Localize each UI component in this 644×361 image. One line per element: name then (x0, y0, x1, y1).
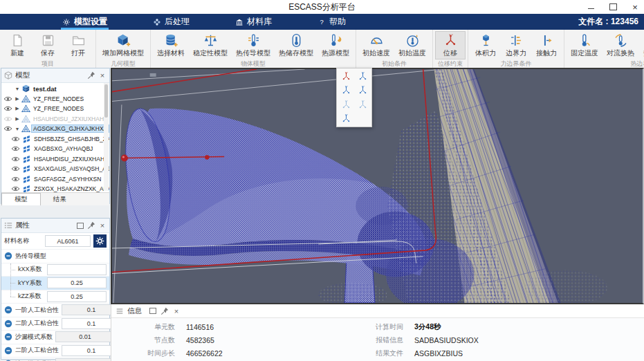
minus-icon[interactable] (4, 333, 12, 341)
tree-node-label[interactable]: SDHSBJZS_GHSABJHB_ZAHU (33, 136, 109, 142)
menu-item-2[interactable]: 材料库 (227, 14, 280, 30)
scrollbar-thumb[interactable] (104, 84, 108, 118)
menu-item-0[interactable]: 模型设置 (54, 14, 116, 30)
pin-icon[interactable] (87, 71, 95, 80)
eye-icon[interactable] (11, 156, 20, 163)
menu-item-1[interactable]: 后处理 (145, 14, 198, 30)
maximize-icon[interactable] (608, 2, 618, 12)
eye-icon[interactable] (3, 95, 12, 102)
toolbar-button[interactable]: 初始温度 (394, 31, 430, 59)
close-icon[interactable]: × (172, 307, 181, 315)
tree-node[interactable]: ▶YZ_FREE_NODES (1, 104, 109, 114)
displacement-option[interactable] (354, 98, 371, 111)
minus-icon[interactable] (4, 320, 12, 328)
material-name-field[interactable] (45, 235, 91, 247)
restore-icon[interactable] (76, 221, 84, 230)
tree-root-item[interactable]: ▼test.dat (1, 84, 109, 94)
minus-icon[interactable] (4, 346, 12, 355)
eye-icon[interactable] (11, 165, 20, 172)
close-icon[interactable]: × (630, 2, 640, 12)
property-value-field[interactable] (47, 291, 107, 302)
displacement-option[interactable] (338, 98, 354, 111)
chevron-down-icon[interactable]: ▼ (15, 86, 20, 91)
tree-node-label[interactable]: HSAUHDISU_JZXIUXHAHX (33, 156, 109, 163)
close-icon[interactable]: × (98, 221, 107, 230)
material-settings-button[interactable] (93, 234, 107, 248)
toolbar-button[interactable]: 位移 (435, 31, 466, 59)
displacement-option[interactable] (354, 84, 371, 98)
tree-child-node[interactable]: SAGFASGZ_ASYHHXSN (1, 174, 109, 185)
constraint-point-marker[interactable] (121, 155, 128, 162)
chevron-right-icon[interactable]: ▶ (15, 116, 20, 122)
restore-icon[interactable] (149, 307, 157, 315)
heat-conduction-icon (246, 33, 261, 48)
toolbar-button[interactable]: 选择材料 (153, 31, 189, 59)
tree-node-label[interactable]: XAGBSXG_AYHAQBJ (33, 145, 94, 152)
chevron-right-icon[interactable]: ▶ (15, 106, 20, 111)
tree-node-label[interactable]: HSAUHDISU_JZXIUXHAHX (32, 115, 109, 122)
tree-child-node[interactable]: XSAXGAUS_AISYAQSH_ASHX (1, 164, 109, 174)
tree-node-label[interactable]: YZ_FREE_NODES (32, 105, 85, 112)
toolbar-button[interactable]: 热辐射 (638, 31, 644, 59)
eye-icon[interactable] (11, 136, 20, 142)
toolbar-button[interactable]: 热储存模型 (275, 31, 318, 59)
displacement-option[interactable] (354, 69, 371, 83)
viewport-3d[interactable] (111, 68, 644, 304)
displacement-option[interactable] (338, 84, 354, 98)
toolbar-button[interactable]: 固定温度 (567, 31, 602, 59)
property-value-field[interactable] (55, 331, 115, 342)
minus-icon[interactable] (4, 306, 12, 314)
info-value: 3分48秒 (414, 322, 441, 332)
toolbar-button[interactable]: 保存 (33, 31, 63, 59)
pin-icon[interactable] (87, 221, 95, 230)
displacement-option[interactable] (338, 112, 354, 126)
tree-node-label[interactable]: ZSXGX_HSAKAZNZXK_AHASX (33, 185, 109, 192)
toolbar-button[interactable]: 体积力 (470, 31, 501, 59)
toolbar-button[interactable]: 热传导模型 (232, 31, 275, 59)
minimize-icon[interactable] (586, 2, 596, 12)
menu-item-3[interactable]: 帮助 (309, 14, 354, 30)
tree-node[interactable]: ▼AGSGKJKG_GJHXAJKHXA (1, 124, 109, 134)
tree-scrollbar[interactable] (104, 83, 109, 191)
toolbar-button[interactable]: 接触力 (531, 31, 562, 59)
toolbar-button[interactable]: 边界力 (501, 31, 531, 59)
toolbar-button[interactable]: 对流换热 (602, 31, 638, 59)
eye-icon[interactable] (11, 145, 20, 152)
tree-node-label[interactable]: AGSGKJKG_GJHXAJKHXA (32, 125, 109, 132)
pin-icon[interactable] (160, 307, 169, 315)
tree-node[interactable]: ▶HSAUHDISU_JZXIUXHAHX (1, 114, 109, 124)
property-label: kZZ系数 (18, 292, 42, 301)
toolbar-button[interactable]: 打开 (63, 31, 93, 59)
displacement-option[interactable] (338, 69, 354, 83)
constraint-point-marker[interactable] (205, 155, 209, 159)
toolbar-button[interactable]: 新建 (2, 31, 33, 59)
eye-icon[interactable] (3, 125, 12, 132)
property-value-field[interactable] (47, 264, 107, 275)
tree-child-node[interactable]: HSAUHDISU_JZXIUXHAHX (1, 154, 109, 165)
property-value-field[interactable] (55, 358, 115, 361)
minus-icon[interactable] (4, 252, 12, 260)
toolbar-button[interactable]: 初始速度 (358, 31, 394, 59)
tree-child-node[interactable]: XAGBSXG_AYHAQBJ (1, 144, 109, 154)
tree-node[interactable]: ▶YZ_FREE_NODES (1, 94, 109, 104)
eye-icon[interactable] (11, 185, 20, 192)
tree-node-label[interactable]: SAGFASGZ_ASYHHXSN (33, 176, 102, 183)
eye-icon[interactable] (3, 115, 12, 122)
eye-icon[interactable] (3, 105, 12, 112)
toolbar-button[interactable]: 热源模型 (318, 31, 353, 59)
chevron-right-icon[interactable]: ▶ (15, 96, 20, 102)
toolbar-button[interactable]: 增加网格模型 (98, 31, 148, 59)
chevron-down-icon[interactable]: ▼ (15, 127, 20, 131)
tab-result[interactable]: 结果 (41, 193, 79, 205)
eye-icon[interactable] (11, 176, 20, 183)
toolbar-button[interactable]: 稳定性模型 (189, 31, 232, 59)
property-value-field[interactable] (47, 277, 107, 288)
tree-node-label[interactable]: YZ_FREE_NODES (32, 95, 85, 102)
tab-model[interactable]: 模型 (1, 193, 41, 205)
close-icon[interactable]: × (98, 71, 107, 80)
toolbar-button-label: 保存 (41, 48, 55, 58)
tree-child-node[interactable]: ZSXGX_HSAKAZNZXK_AHASX (1, 184, 109, 192)
new-file-icon (10, 33, 25, 48)
tree-node-label[interactable]: XSAXGAUS_AISYAQSH_ASHX (33, 165, 109, 172)
tree-child-node[interactable]: SDHSBJZS_GHSABJHB_ZAHU (1, 134, 109, 145)
